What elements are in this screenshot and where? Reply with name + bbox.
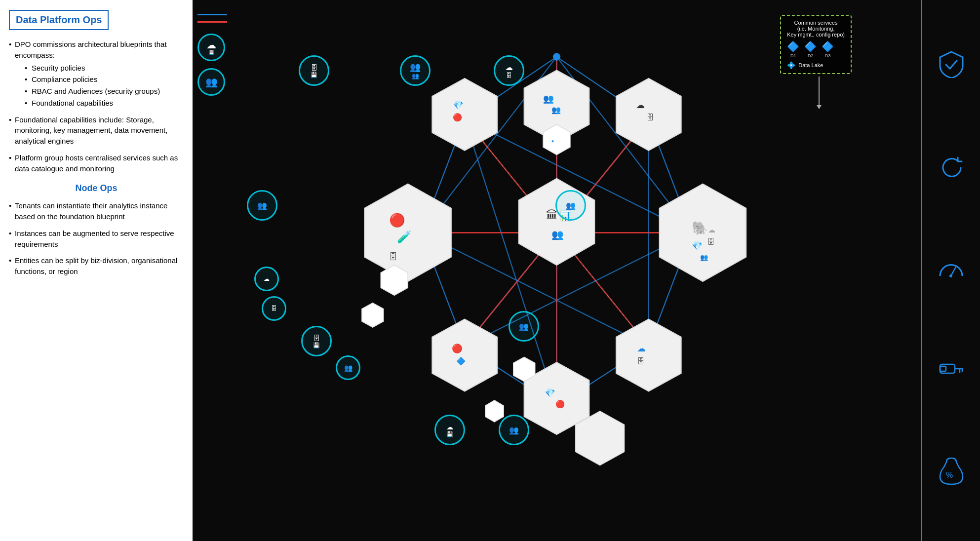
svg-rect-72	[940, 364, 955, 373]
circle-extra-3: 🗄	[262, 296, 286, 321]
svg-marker-61	[432, 78, 497, 151]
network-svg: 🏛 📊 👥 👥 👥 ☁ 🗄 🐘 💎 ☁ 🗄 👥 ☁ 🗄 💎 🔴 🔴 🔷	[193, 0, 921, 541]
svg-text:🧪: 🧪	[397, 230, 412, 244]
sub-item-1: Security policies	[25, 63, 184, 74]
node-bullet-2: Instances can be augmented to serve resp…	[9, 228, 184, 250]
svg-text:👥: 👥	[543, 93, 554, 104]
sub-item-2: Compliance policies	[25, 74, 184, 85]
circle-extra-2: ☁	[254, 267, 279, 291]
svg-text:🔷: 🔷	[456, 356, 466, 366]
svg-text:🗄: 🗄	[389, 252, 398, 262]
bullet-item-2: Foundational capabilities include: Stora…	[9, 115, 184, 147]
bullet-item-3: Platform group hosts centralised service…	[9, 153, 184, 174]
db-icon-tl: 🗄	[311, 64, 317, 72]
circle-left: 👥	[247, 190, 277, 221]
node-bullet-3: Entities can be split by biz-division, o…	[9, 255, 184, 277]
db-icon-tr: 🗄	[506, 72, 512, 79]
svg-text:☁: ☁	[708, 226, 715, 234]
node-bullet-1: Tenants can instantiate their analytics …	[9, 200, 184, 222]
svg-marker-31	[519, 179, 594, 265]
cloud-icon-b: ☁	[446, 423, 453, 431]
left-panel: Data Platform Ops DPO commissions archit…	[0, 0, 193, 541]
circle-bl: 🗄 💾	[301, 326, 332, 356]
bullet-item-1: DPO commissions architectural blueprints…	[9, 39, 184, 109]
right-panel: %	[921, 0, 980, 541]
svg-text:☁: ☁	[636, 100, 645, 110]
circle-bottom2: 👥	[499, 415, 529, 445]
people-icon-l: 👥	[257, 201, 267, 210]
svg-marker-69	[485, 400, 504, 422]
circle-bottom: ☁ 💾	[434, 415, 465, 445]
svg-text:🗄: 🗄	[707, 237, 714, 246]
svg-line-70	[951, 266, 956, 276]
circle-top: 👥 👥	[400, 55, 431, 86]
people-icon-br: 👥	[519, 322, 529, 331]
node-ops-bullet-list: Tenants can instantiate their analytics …	[9, 200, 184, 277]
node-ops-title: Node Ops	[9, 182, 184, 194]
db-icon-b: 💾	[446, 431, 453, 437]
svg-text:👥: 👥	[551, 229, 564, 240]
svg-text:💎: 💎	[545, 387, 555, 398]
svg-text:🔴: 🔴	[452, 343, 463, 354]
people-icon-b2: 👥	[509, 425, 519, 435]
svg-text:💎: 💎	[692, 240, 703, 251]
svg-rect-73	[940, 366, 946, 371]
svg-text:🗄: 🗄	[646, 113, 654, 121]
svg-text:☁: ☁	[637, 344, 646, 353]
svg-text:🔹: 🔹	[549, 137, 557, 145]
circle-extra-1: 👥	[336, 355, 360, 380]
main-title: Data Platform Ops	[16, 14, 102, 25]
cloud-icon-e2: ☁	[264, 275, 270, 282]
people-icon-e1: 👥	[344, 364, 353, 372]
db-icon-bl2: 💾	[313, 342, 320, 348]
svg-text:👥: 👥	[551, 105, 561, 115]
sub-list-1: Security policies Compliance policies RB…	[15, 63, 184, 109]
svg-marker-54	[432, 319, 497, 391]
circle-br: 👥	[509, 311, 539, 342]
diagram-area: ☁ 💾 👥 Common services(i.e. Monitoring,Ke…	[193, 0, 921, 541]
sub-item-4: Foundational capabilities	[25, 98, 184, 109]
svg-text:🔴: 🔴	[389, 212, 405, 228]
cloud-icon-tr: ☁	[505, 63, 513, 72]
people-icon-top2: 👥	[412, 73, 419, 79]
people-icon-r: 👥	[566, 201, 576, 210]
svg-text:🗄: 🗄	[637, 357, 644, 365]
people-icon-top: 👥	[410, 62, 421, 73]
shield-icon	[939, 51, 964, 82]
title-box: Data Platform Ops	[9, 10, 109, 30]
svg-text:👥: 👥	[700, 253, 708, 262]
db-icon-bl: 🗄	[313, 334, 320, 342]
svg-text:🐘: 🐘	[692, 220, 708, 236]
svg-text:🔴: 🔴	[453, 113, 463, 122]
svg-point-23	[553, 53, 560, 60]
circle-tl: 🗄 💾	[299, 55, 329, 86]
percent-bag-icon: %	[939, 457, 964, 490]
key-icon	[939, 355, 964, 385]
db-icon-tl2: 💾	[311, 72, 317, 78]
svg-marker-67	[362, 303, 384, 327]
gauge-icon	[938, 256, 965, 283]
dpo-bullet-list: DPO commissions architectural blueprints…	[9, 39, 184, 174]
db-icon-e3: 🗄	[271, 305, 277, 312]
svg-text:🔴: 🔴	[555, 399, 565, 409]
circle-top-right: ☁ 🗄	[494, 55, 524, 86]
circle-right: 👥	[555, 190, 586, 221]
svg-text:%: %	[946, 471, 953, 479]
refresh-icon	[939, 155, 964, 184]
svg-marker-47	[616, 319, 681, 391]
svg-point-71	[949, 274, 952, 277]
svg-text:💎: 💎	[453, 100, 464, 111]
sub-item-3: RBAC and Audiences (security groups)	[25, 86, 184, 97]
